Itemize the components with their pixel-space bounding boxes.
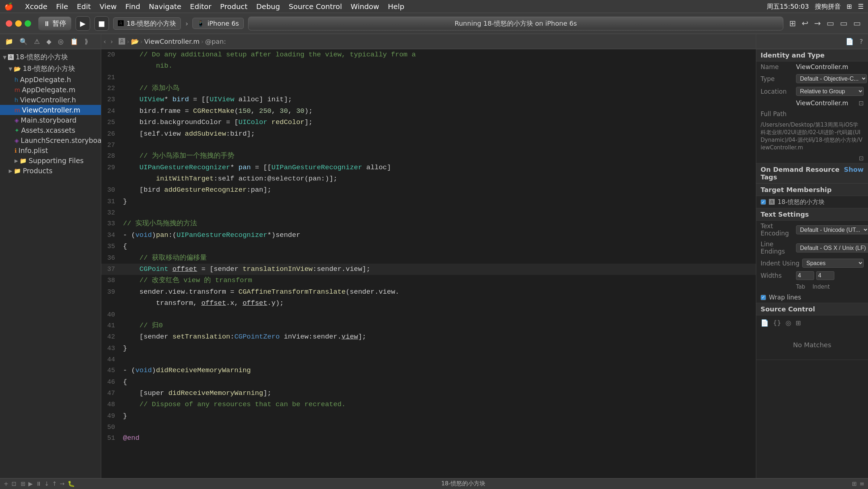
device-badge: iPhone 6s bbox=[207, 20, 239, 27]
sidebar-report-icon[interactable]: 📋 bbox=[68, 36, 80, 47]
code-line-35: 35 { bbox=[101, 241, 756, 252]
bottom-stepover-icon[interactable]: → bbox=[60, 480, 64, 487]
sidebar-item-products[interactable]: ▶ 📁 Products bbox=[0, 166, 101, 176]
sidebar-item-viewcontroller-h[interactable]: h ViewController.h bbox=[0, 95, 101, 105]
code-editor[interactable]: 20 // Do any additional setup after load… bbox=[101, 49, 756, 478]
run-button[interactable]: ▶ bbox=[76, 16, 90, 31]
sidebar-test-icon[interactable]: ◎ bbox=[56, 36, 66, 47]
sc-blame-icon[interactable]: ⊞ bbox=[796, 319, 801, 327]
sidebar-item-infoplist[interactable]: ℹ Info.plist bbox=[0, 145, 101, 156]
bottom-split-icon[interactable]: ⊞ bbox=[852, 480, 856, 487]
breadcrumb-symbol[interactable]: @pan: bbox=[205, 38, 226, 45]
sc-file-icon[interactable]: 📄 bbox=[761, 319, 769, 327]
close-button[interactable] bbox=[6, 20, 12, 27]
layout-icon1[interactable]: ▭ bbox=[825, 17, 836, 29]
bottom-debug-icon[interactable]: 🐛 bbox=[68, 480, 75, 487]
bottom-add-icon[interactable]: + bbox=[4, 480, 8, 487]
code-line-28: 28 // 为小鸟添加一个拖拽的手势 bbox=[101, 150, 756, 162]
stop-button[interactable]: ■ bbox=[94, 16, 109, 31]
inspector-text-section: Text Settings Text Encoding Default - Un… bbox=[756, 208, 868, 303]
bottom-play-icon[interactable]: ▶ bbox=[28, 480, 33, 487]
forward-icon[interactable]: → bbox=[813, 17, 822, 29]
inspector-lineendings-select[interactable]: Default - OS X / Unix (LF) bbox=[796, 243, 868, 252]
sidebar-warning-icon[interactable]: ⚠ bbox=[32, 36, 42, 47]
menu-source-control[interactable]: Source Control bbox=[284, 1, 346, 12]
sidebar-search-icon[interactable]: 🔍 bbox=[17, 36, 30, 47]
inspector-tab-width[interactable] bbox=[796, 271, 814, 280]
bottom-filter-icon[interactable]: ⊡ bbox=[11, 480, 16, 487]
breadcrumb-group[interactable]: 📂 bbox=[131, 38, 139, 45]
inspector-help-icon[interactable]: ? bbox=[858, 36, 864, 47]
sidebar-item-launchscreen[interactable]: ◈ LaunchScreen.storyboard bbox=[0, 135, 101, 145]
code-line-37: 37 CGPoint offset = [sender translationI… bbox=[101, 264, 756, 275]
code-line-44: 44 bbox=[101, 354, 756, 365]
inspector-lineendings-row: Line Endings Default - OS X / Unix (LF) bbox=[756, 239, 868, 257]
menu-edit[interactable]: Edit bbox=[72, 1, 95, 12]
code-line-31: 31 } bbox=[101, 196, 756, 207]
menu-debug[interactable]: Debug bbox=[252, 1, 284, 12]
minimize-button[interactable] bbox=[15, 20, 22, 27]
bottom-console-icon[interactable]: ≡ bbox=[860, 480, 864, 487]
apple-menu[interactable]: 🍎 bbox=[4, 2, 13, 11]
sidebar-toggle-icon[interactable]: ⊞ bbox=[788, 17, 797, 29]
sidebar-item-main-storyboard[interactable]: ◈ Main.storyboard bbox=[0, 115, 101, 125]
inspector-type-select[interactable]: Default - Objective-C... bbox=[796, 74, 867, 83]
inspector-indent-width[interactable] bbox=[816, 271, 834, 280]
inspector-target-checkbox[interactable] bbox=[761, 199, 766, 205]
sidebar-folders-icon[interactable]: 📁 bbox=[3, 36, 15, 47]
inspector-show-button[interactable]: Show bbox=[844, 166, 864, 181]
inspector-file-icon[interactable]: 📄 bbox=[844, 36, 855, 47]
inspector-reveal-icon[interactable]: ⊡ bbox=[859, 155, 864, 162]
sidebar-breakpoint-icon[interactable]: ◆ bbox=[44, 36, 54, 47]
menu-editor[interactable]: Editor bbox=[186, 1, 216, 12]
sidebar-item-group[interactable]: ▼ 📂 18-愤怒的小方块 bbox=[0, 63, 101, 75]
menu-navigate[interactable]: Navigate bbox=[145, 1, 186, 12]
layout-icon3[interactable]: ▭ bbox=[852, 17, 862, 29]
jump-bar-icon[interactable]: ↩ bbox=[800, 17, 810, 29]
sidebar-item-supporting[interactable]: ▶ 📁 Supporting Files bbox=[0, 156, 101, 166]
tab-back[interactable]: ‹ bbox=[101, 34, 108, 49]
main-layout: 📁 🔍 ⚠ ◆ ◎ 📋 ⟫ ▼ 🅰 18-愤怒的小方块 ▼ 📂 18-愤怒的小方… bbox=[0, 34, 868, 478]
menu-find[interactable]: Find bbox=[121, 1, 145, 12]
maximize-button[interactable] bbox=[25, 20, 31, 27]
inspector-wrap-checkbox[interactable] bbox=[761, 295, 766, 300]
menu-window[interactable]: Window bbox=[346, 1, 384, 12]
sc-history-icon[interactable]: ◎ bbox=[786, 319, 791, 327]
bottom-pause2-icon[interactable]: ⏸ bbox=[36, 480, 42, 487]
sidebar-scm-icon[interactable]: ⟫ bbox=[82, 36, 90, 47]
inspector-location-select[interactable]: Relative to Group bbox=[796, 87, 864, 96]
menu-product[interactable]: Product bbox=[216, 1, 252, 12]
sidebar-item-project[interactable]: ▼ 🅰 18-愤怒的小方块 bbox=[0, 51, 101, 63]
pause-button[interactable]: ⏸ 暂停 bbox=[38, 17, 71, 30]
code-line-40: 40 bbox=[101, 309, 756, 320]
code-line-30: 30 [bird addGestureRecognizer:pan]; bbox=[101, 184, 756, 196]
menubar-menu-icon[interactable]: ☰ bbox=[858, 3, 864, 10]
sidebar-toolbar: 📁 🔍 ⚠ ◆ ◎ 📋 ⟫ bbox=[0, 34, 101, 49]
breadcrumb-project[interactable]: 🅰 bbox=[119, 38, 125, 45]
breadcrumb-file[interactable]: ViewController.m bbox=[144, 38, 200, 45]
sidebar-item-assets[interactable]: ✦ Assets.xcassets bbox=[0, 125, 101, 135]
menu-help[interactable]: Help bbox=[383, 1, 409, 12]
inspector-file-reveal-icon[interactable]: ⊡ bbox=[859, 99, 864, 107]
menu-xcode[interactable]: Xcode bbox=[21, 1, 52, 12]
code-line-38: 38 // 改变红色 view 的 transform bbox=[101, 275, 756, 286]
menu-view[interactable]: View bbox=[95, 1, 121, 12]
inspector-encoding-select[interactable]: Default - Unicode (UT... bbox=[796, 225, 868, 234]
bottom-stepout-icon[interactable]: ↑ bbox=[52, 480, 57, 487]
code-line-50: 50 bbox=[101, 422, 756, 433]
tab-forward[interactable]: › bbox=[108, 34, 115, 49]
project-badge: 18-愤怒的小方块 bbox=[127, 19, 176, 28]
sidebar-item-appdelegate-h[interactable]: h AppDelegate.h bbox=[0, 75, 101, 85]
menubar-input-method[interactable]: 搜狗拼音 bbox=[815, 2, 841, 11]
sc-diff-icon[interactable]: {} bbox=[773, 319, 781, 327]
bottom-grid-icon[interactable]: ⊞ bbox=[21, 480, 25, 487]
inspector-indent-select[interactable]: Spaces bbox=[802, 259, 864, 268]
menu-file[interactable]: File bbox=[52, 1, 72, 12]
code-line-42: 42 [sender setTranslation:CGPointZero in… bbox=[101, 331, 756, 343]
bottom-step-icon[interactable]: ↓ bbox=[44, 480, 49, 487]
code-line-25: 25 bird.backgroundColor = [UIColor redCo… bbox=[101, 117, 756, 128]
layout-icon2[interactable]: ▭ bbox=[838, 17, 849, 29]
sidebar-item-viewcontroller-m[interactable]: m ViewController.m bbox=[0, 105, 101, 115]
sidebar-item-appdelegate-m[interactable]: m AppDelegate.m bbox=[0, 85, 101, 95]
menubar-grid-icon[interactable]: ⊞ bbox=[847, 3, 852, 10]
